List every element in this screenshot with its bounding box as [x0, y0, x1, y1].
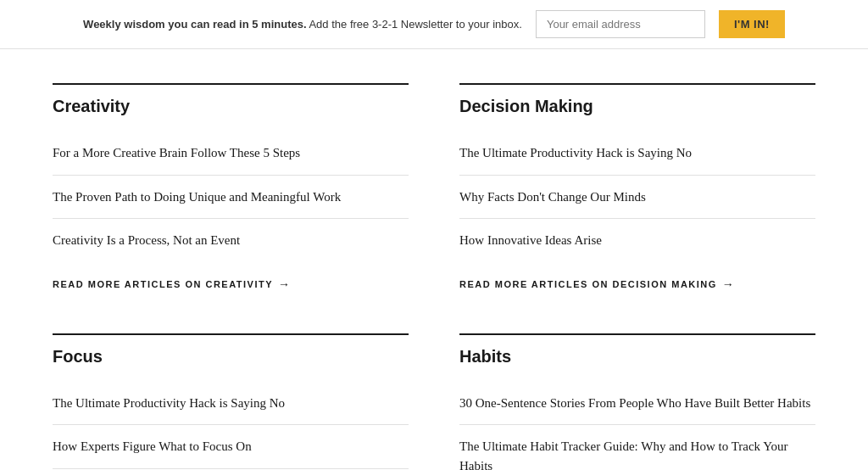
category-section-creativity: CreativityFor a More Creative Brain Foll… [53, 83, 409, 291]
article-link[interactable]: Why Facts Don't Change Our Minds [459, 190, 646, 204]
main-content: CreativityFor a More Creative Brain Foll… [27, 49, 841, 470]
category-section-habits: Habits30 One-Sentence Stories From Peopl… [459, 333, 815, 471]
article-link[interactable]: 30 One-Sentence Stories From People Who … [459, 396, 810, 410]
list-item: How Experts Figure What to Focus On [53, 425, 409, 469]
category-section-decision-making: Decision MakingThe Ultimate Productivity… [459, 83, 815, 291]
list-item: The Ultimate Productivity Hack is Saying… [53, 382, 409, 426]
category-title-creativity: Creativity [53, 97, 409, 116]
article-link[interactable]: For a More Creative Brain Follow These 5… [53, 146, 300, 159]
list-item: For a More Creative Brain Follow These 5… [53, 131, 409, 176]
list-item: How Innovative Ideas Arise [459, 219, 815, 262]
list-item: 30 One-Sentence Stories From People Who … [459, 382, 815, 426]
article-link[interactable]: The Proven Path to Doing Unique and Mean… [53, 190, 341, 204]
top-bar-message: Weekly wisdom you can read in 5 minutes.… [83, 18, 522, 31]
category-section-focus: FocusThe Ultimate Productivity Hack is S… [53, 333, 409, 471]
list-item: Why Facts Don't Change Our Minds [459, 176, 815, 220]
top-bar-bold: Weekly wisdom you can read in 5 minutes. [83, 18, 306, 31]
article-link[interactable]: Creativity Is a Process, Not an Event [53, 233, 240, 247]
list-item: Creativity Is a Process, Not an Event [53, 219, 409, 262]
article-list-habits: 30 One-Sentence Stories From People Who … [459, 382, 815, 471]
article-list-creativity: For a More Creative Brain Follow These 5… [53, 131, 409, 262]
read-more-decision-making[interactable]: READ MORE ARTICLES ON DECISION MAKING → [459, 277, 735, 291]
top-bar-rest: Add the free 3-2-1 Newsletter to your in… [309, 18, 521, 31]
article-list-focus: The Ultimate Productivity Hack is Saying… [53, 382, 409, 471]
email-input[interactable] [536, 10, 705, 38]
article-link[interactable]: How Innovative Ideas Arise [459, 233, 602, 247]
arrow-icon: → [722, 277, 736, 291]
article-list-decision-making: The Ultimate Productivity Hack is Saying… [459, 131, 815, 262]
list-item: The Ultimate Habit Tracker Guide: Why an… [459, 425, 815, 470]
list-item: The Ultimate Productivity Hack is Saying… [459, 131, 815, 176]
article-link[interactable]: The Ultimate Habit Tracker Guide: Why an… [459, 439, 788, 470]
category-title-habits: Habits [459, 347, 815, 366]
read-more-creativity[interactable]: READ MORE ARTICLES ON CREATIVITY → [53, 277, 292, 291]
article-link[interactable]: How Experts Figure What to Focus On [53, 439, 252, 453]
categories-grid: CreativityFor a More Creative Brain Foll… [53, 83, 815, 470]
article-link[interactable]: The Ultimate Productivity Hack is Saying… [459, 146, 692, 159]
arrow-icon: → [278, 277, 292, 291]
category-title-focus: Focus [53, 347, 409, 366]
subscribe-button[interactable]: I'M IN! [719, 10, 785, 38]
top-bar: Weekly wisdom you can read in 5 minutes.… [0, 0, 868, 49]
category-title-decision-making: Decision Making [459, 97, 815, 116]
list-item: The Proven Path to Doing Unique and Mean… [53, 176, 409, 220]
article-link[interactable]: The Ultimate Productivity Hack is Saying… [53, 396, 285, 410]
